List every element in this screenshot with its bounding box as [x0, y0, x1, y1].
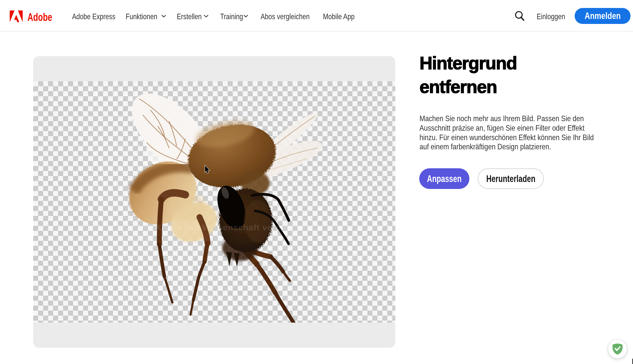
- svg-text:Kunst und Wissenschaft vermisc: Kunst und Wissenschaft vermischen...: [155, 223, 320, 232]
